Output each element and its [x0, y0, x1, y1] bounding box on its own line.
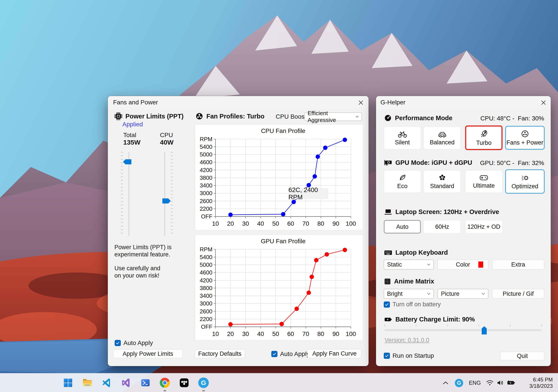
- run-on-startup-checkbox[interactable]: [384, 353, 390, 359]
- keyboard-icon: [384, 250, 392, 256]
- tray-clock[interactable]: 6:45 PM 3/18/2023: [529, 373, 553, 392]
- fan-auto-apply-label: Auto Apply: [280, 350, 310, 358]
- speaker-icon: [497, 380, 504, 386]
- gpu-mode-ultimate[interactable]: Ultimate: [465, 170, 503, 193]
- tray-wifi-icon[interactable]: [485, 373, 495, 392]
- svg-text:40: 40: [257, 331, 264, 337]
- run-on-startup-label: Run on Startup: [392, 352, 434, 359]
- matrix-brightness-select[interactable]: Bright: [384, 289, 434, 299]
- chevron-down-icon: [427, 293, 430, 295]
- cpu-fan-chart[interactable]: CPU Fan Profile102030405060708090100OFF2…: [195, 125, 363, 230]
- svg-text:60: 60: [287, 331, 294, 337]
- quit-button[interactable]: Quit: [500, 351, 544, 360]
- gpu-fan-chart[interactable]: GPU Fan Profile102030405060708090100OFF2…: [195, 235, 363, 340]
- cpu-slider-track[interactable]: [164, 152, 165, 236]
- tray-g-helper-icon[interactable]: G: [454, 379, 463, 387]
- run-on-startup-row: Run on Startup: [384, 352, 434, 359]
- apply-fan-curve-button[interactable]: Apply Fan Curve: [308, 349, 361, 358]
- fan-auto-apply-checkbox[interactable]: [271, 351, 278, 357]
- matrix-icon: [384, 278, 391, 285]
- total-slider-track[interactable]: [128, 152, 129, 236]
- svg-text:10: 10: [212, 331, 219, 337]
- screen-option-auto[interactable]: Auto: [384, 220, 421, 234]
- vscode-icon[interactable]: [100, 376, 113, 390]
- svg-text:2600: 2600: [200, 308, 213, 314]
- keyboard-mode-select[interactable]: Static: [384, 260, 434, 269]
- total-slider-thumb[interactable]: [123, 159, 131, 164]
- svg-text:GPU Fan Profile: GPU Fan Profile: [261, 238, 305, 245]
- turn-off-on-battery-checkbox[interactable]: [384, 301, 390, 308]
- svg-text:3000: 3000: [200, 190, 213, 196]
- factory-defaults-button[interactable]: Factory Defaults: [195, 349, 245, 358]
- screen-option-120hz-od[interactable]: 120Hz + OD: [465, 220, 503, 234]
- fans-and-power-window: Fans and Power Power Limits (PPT) Applie…: [108, 96, 368, 366]
- chrome-icon[interactable]: [158, 376, 172, 390]
- windows-logo-icon: [63, 378, 73, 388]
- powershell-icon[interactable]: [139, 376, 152, 390]
- chevron-up-icon: [443, 381, 448, 384]
- apply-power-limits-button[interactable]: Apply Power Limits: [113, 349, 183, 358]
- svg-text:5000: 5000: [200, 151, 213, 158]
- screen-option-60hz[interactable]: 60Hz: [424, 220, 461, 234]
- cpu-fan-chart-panel: CPU Fan Profile102030405060708090100OFF2…: [195, 124, 363, 230]
- keyboard-extra-button[interactable]: Extra: [492, 260, 544, 269]
- svg-text:100: 100: [346, 220, 356, 227]
- svg-text:3800: 3800: [200, 175, 213, 181]
- perf-mode-balanced[interactable]: Balanced: [424, 126, 461, 150]
- close-button[interactable]: [355, 99, 367, 107]
- gpu-mode-standard[interactable]: Standard: [424, 170, 461, 193]
- tray-battery-icon[interactable]: [506, 373, 516, 392]
- matrix-mode-select[interactable]: Picture: [438, 289, 488, 299]
- gpu-card-icon: [384, 159, 392, 167]
- tray-volume-icon[interactable]: [496, 373, 505, 392]
- perf-mode-silent[interactable]: Silent: [384, 126, 421, 150]
- svg-text:50: 50: [272, 220, 279, 227]
- cpu-boost-select[interactable]: Efficient Aggressive: [304, 112, 362, 121]
- matrix-picture-gif-button[interactable]: Picture / Gif: [492, 289, 544, 299]
- laptop-screen-header: Laptop Screen: 120Hz + Overdrive: [384, 208, 499, 216]
- gpu-mode-eco[interactable]: Eco: [384, 170, 421, 193]
- battery-slider-thumb[interactable]: [482, 326, 487, 334]
- fan-icon: [521, 130, 529, 138]
- power-auto-apply-label: Auto Apply: [123, 340, 153, 347]
- perf-mode-turbo[interactable]: Turbo: [465, 125, 503, 150]
- battery-slider-track[interactable]: [385, 329, 541, 331]
- car-icon: [437, 130, 447, 138]
- visual-studio-icon[interactable]: [119, 376, 133, 390]
- close-icon: [541, 100, 546, 105]
- close-button[interactable]: [538, 99, 549, 107]
- tray-language[interactable]: ENG: [468, 373, 482, 392]
- tidal-icon[interactable]: [177, 376, 191, 390]
- keyboard-color-button[interactable]: Color: [438, 260, 488, 269]
- gamepad-icon: [479, 174, 488, 181]
- svg-text:60: 60: [287, 220, 294, 227]
- svg-text:4200: 4200: [200, 277, 213, 284]
- power-limits-header: Power Limits (PPT): [114, 112, 183, 120]
- fans-titlebar: Fans and Power: [108, 96, 368, 109]
- svg-text:3400: 3400: [200, 182, 213, 189]
- svg-text:CPU Fan Profile: CPU Fan Profile: [261, 127, 305, 134]
- fan-profiles-header: Fan Profiles: Turbo: [195, 112, 264, 120]
- fan-profiles-title: Fan Profiles: Turbo: [206, 113, 264, 120]
- taskbar: G G ENG 6:45 PM 3/18/2023: [0, 373, 558, 392]
- svg-text:3000: 3000: [200, 300, 213, 307]
- svg-text:70: 70: [302, 331, 309, 337]
- perf-mode-fans-power[interactable]: Fans + Power: [505, 126, 545, 150]
- file-explorer-icon[interactable]: [80, 376, 94, 390]
- start-button[interactable]: [61, 376, 75, 390]
- cpu-slider-thumb[interactable]: [162, 198, 171, 203]
- tray-show-hidden-button[interactable]: [441, 373, 451, 392]
- g-helper-taskbar-icon[interactable]: G: [197, 376, 210, 390]
- power-auto-apply-checkbox[interactable]: [115, 340, 121, 346]
- svg-text:10: 10: [212, 220, 219, 227]
- cpu-value: 40W: [160, 139, 174, 146]
- svg-text:5000: 5000: [200, 262, 213, 268]
- fan-auto-apply-row: Auto Apply: [271, 350, 310, 358]
- keyboard-mode-value: Static: [387, 261, 402, 268]
- svg-text:OFF: OFF: [201, 324, 213, 330]
- vscode-logo: [102, 378, 112, 388]
- version-link[interactable]: Version: 0.31.0.0: [385, 337, 429, 344]
- gpu-mode-optimized[interactable]: Optimized: [505, 169, 545, 194]
- flower-icon: [438, 174, 446, 182]
- svg-text:5400: 5400: [200, 144, 213, 150]
